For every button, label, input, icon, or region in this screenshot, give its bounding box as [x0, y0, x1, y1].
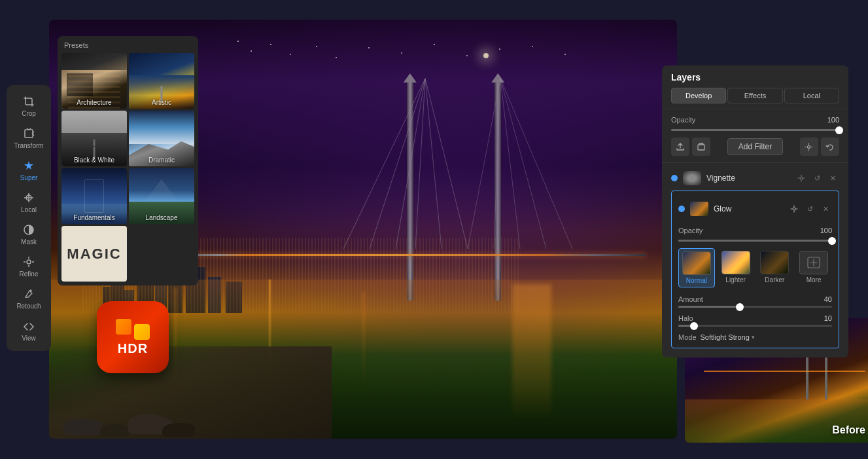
glow-settings-btn[interactable] — [788, 202, 801, 215]
glow-opacity-label: Opacity — [678, 227, 703, 234]
tool-refine[interactable]: Refine — [9, 251, 48, 282]
blend-normal[interactable]: Normal — [678, 248, 715, 287]
blend-more[interactable]: More — [795, 248, 832, 287]
blend-darker[interactable]: Darker — [757, 248, 793, 287]
glow-reset-btn[interactable]: ↺ — [803, 202, 816, 215]
layer-icon-btn[interactable] — [692, 138, 710, 156]
amount-label: Amount — [678, 295, 703, 303]
vignette-delete-btn[interactable]: ✕ — [826, 172, 839, 185]
amount-slider[interactable] — [678, 306, 832, 308]
vignette-thumb — [683, 171, 701, 185]
crop-icon — [22, 94, 36, 109]
rocks — [49, 346, 332, 439]
presets-grid: Architecture Artistic Black & White Dram… — [61, 53, 194, 282]
settings-icon-btn[interactable] — [800, 138, 818, 156]
refine-icon — [22, 255, 36, 269]
opacity-value: 100 — [827, 116, 839, 124]
tool-crop[interactable]: Crop — [9, 90, 48, 121]
blend-modes-grid: Normal Lighter Darker — [678, 248, 832, 287]
hdr-app-icon[interactable]: HDR — [97, 301, 169, 373]
blend-lighter-thumb — [721, 251, 750, 274]
tab-local[interactable]: Local — [784, 88, 839, 103]
mode-label: Mode — [678, 333, 697, 341]
blend-darker-thumb — [760, 251, 789, 274]
add-filter-button[interactable]: Add Filter — [727, 138, 783, 155]
chevron-down-icon: ▾ — [752, 334, 755, 340]
svg-point-18 — [808, 145, 810, 148]
glow-opacity-slider[interactable] — [678, 240, 832, 242]
settings-icons — [800, 138, 839, 156]
hdr-inner: HDR — [116, 319, 150, 356]
vignette-actions: ↺ ✕ — [795, 172, 839, 185]
preset-landscape[interactable]: Landscape — [129, 168, 194, 224]
tool-super[interactable]: Super — [9, 155, 48, 185]
presets-panel: Presets Architecture Artistic Black & — [58, 36, 198, 285]
svg-rect-11 — [25, 130, 33, 138]
glow-actions: ↺ ✕ — [788, 202, 832, 215]
preset-bw[interactable]: Black & White — [61, 111, 127, 166]
layers-tabs: Develop Effects Local — [671, 88, 839, 103]
view-icon — [22, 319, 36, 333]
filter-icons — [671, 138, 710, 156]
preset-dramatic[interactable]: Dramatic — [129, 111, 194, 166]
glow-header[interactable]: Glow ↺ ✕ — [678, 198, 832, 220]
amount-value: 40 — [824, 295, 832, 303]
halo-row: Halo 10 — [678, 314, 832, 322]
opacity-row: Opacity 100 — [671, 116, 839, 124]
svg-point-20 — [793, 208, 795, 210]
vignette-reset-btn[interactable]: ↺ — [810, 172, 824, 185]
halo-value: 10 — [824, 314, 832, 322]
tool-transform[interactable]: Transform — [9, 122, 48, 153]
glow-thumb — [690, 202, 708, 216]
left-toolbar: Crop Transform Super Local — [7, 85, 51, 351]
before-label: Before — [832, 424, 865, 436]
layers-panel: Layers Develop Effects Local Opacity 100 — [662, 65, 848, 358]
glow-opacity-row: Opacity 100 — [678, 227, 832, 234]
blend-more-thumb — [799, 251, 828, 274]
retouch-icon — [22, 287, 36, 301]
layers-title: Layers — [671, 72, 839, 83]
halo-slider[interactable] — [678, 325, 832, 327]
local-icon — [22, 191, 36, 205]
mode-select[interactable]: Softlight Strong ▾ — [701, 333, 755, 341]
halo-label: Halo — [678, 314, 693, 322]
mode-value: Softlight Strong — [701, 333, 750, 341]
vignette-settings-btn[interactable] — [795, 172, 808, 185]
preset-landscape-label: Landscape — [129, 214, 194, 221]
svg-point-16 — [27, 260, 31, 264]
tool-mask[interactable]: Mask — [9, 219, 48, 249]
local-label: Local — [21, 206, 37, 213]
preset-artistic-label: Artistic — [129, 99, 194, 106]
tool-view[interactable]: View — [9, 315, 48, 346]
tab-effects[interactable]: Effects — [727, 88, 782, 103]
vignette-name: Vignette — [706, 174, 795, 183]
amount-row: Amount 40 — [678, 295, 832, 303]
hdr-label: HDR — [118, 341, 148, 356]
glow-delete-btn[interactable]: ✕ — [819, 202, 832, 215]
layer-vignette[interactable]: Vignette ↺ ✕ — [671, 167, 839, 189]
layers-panel-header: Layers Develop Effects Local — [662, 65, 848, 109]
tab-develop[interactable]: Develop — [671, 88, 726, 103]
hdr-squares — [116, 319, 150, 340]
view-label: View — [22, 335, 36, 342]
export-icon-btn[interactable] — [671, 138, 689, 156]
glow-opacity-value: 100 — [820, 227, 832, 234]
preset-fundamentals[interactable]: Fundamentals — [61, 168, 127, 224]
preset-magic[interactable]: MAGIC — [61, 226, 127, 282]
glow-name: Glow — [714, 204, 788, 213]
preset-dramatic-label: Dramatic — [129, 156, 194, 164]
hdr-square-yellow — [134, 324, 150, 340]
svg-rect-17 — [698, 145, 704, 150]
blend-normal-thumb — [682, 251, 711, 275]
crop-label: Crop — [22, 110, 36, 117]
blend-lighter[interactable]: Lighter — [718, 248, 754, 287]
preset-architecture[interactable]: Architecture — [61, 53, 127, 109]
blend-more-label: More — [807, 276, 822, 284]
tool-local[interactable]: Local — [9, 187, 48, 217]
opacity-slider[interactable] — [671, 129, 839, 131]
undo-icon-btn[interactable] — [821, 138, 839, 156]
opacity-label: Opacity — [671, 116, 695, 124]
transform-label: Transform — [14, 142, 43, 149]
preset-artistic[interactable]: Artistic — [129, 53, 194, 109]
tool-retouch[interactable]: Retouch — [9, 283, 48, 314]
